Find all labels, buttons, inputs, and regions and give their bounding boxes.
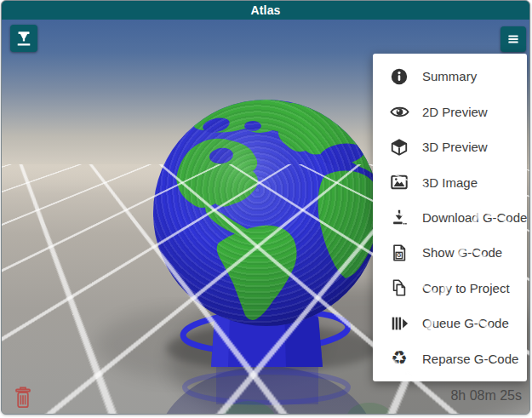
recycle-icon: ♻ [389, 348, 409, 369]
globe-shading [153, 100, 380, 326]
globe [153, 98, 380, 326]
menu-item-label: 3D Preview [422, 140, 488, 154]
render-scene: Summary 2D Preview [2, 20, 529, 414]
menu-item-2d-preview[interactable]: 2D Preview [373, 94, 527, 129]
menu-item-summary[interactable]: Summary [373, 59, 527, 94]
card-menu-button[interactable] [501, 26, 526, 52]
menu-item-queue-gcode[interactable]: Queue G-Code [373, 306, 527, 341]
menu-item-show-gcode[interactable]: G Show G-Code [373, 235, 527, 270]
menu-item-label: Queue G-Code [422, 316, 509, 330]
delete-button[interactable] [13, 386, 33, 409]
menu-item-label: Show G-Code [422, 245, 502, 260]
trash-icon [13, 386, 33, 409]
download-icon [389, 207, 409, 227]
gcode-preview-card: Atlas [1, 0, 530, 415]
copy-icon [389, 278, 409, 298]
image-icon [389, 172, 409, 192]
menu-item-3d-preview[interactable]: 3D Preview [373, 129, 527, 164]
svg-text:G: G [397, 252, 401, 258]
info-icon [389, 66, 409, 87]
gcode-actions-menu: Summary 2D Preview [373, 54, 527, 381]
print-time: 8h 08m 25s [450, 388, 522, 404]
queue-icon [389, 313, 409, 334]
hamburger-icon [506, 31, 521, 47]
nozzle-icon [13, 27, 35, 49]
menu-item-label: 3D Image [422, 175, 478, 190]
menu-item-copy-to-project[interactable]: Copy to Project [373, 271, 527, 306]
eye-icon [389, 101, 409, 122]
menu-item-3d-image[interactable]: 3D Image [373, 164, 527, 199]
menu-item-label: Reparse G-Code [422, 352, 518, 366]
window-title: Atlas [2, 1, 529, 20]
cube-icon [389, 137, 409, 157]
menu-item-download-gcode[interactable]: Download G-Code [373, 200, 527, 235]
menu-item-label: Download G-Code [422, 210, 527, 225]
menu-item-reparse-gcode[interactable]: ♻ Reparse G-Code [373, 341, 527, 376]
menu-item-label: 2D Preview [422, 105, 488, 119]
gcode-file-icon: G [389, 243, 409, 263]
print-button[interactable] [10, 25, 37, 52]
menu-item-label: Summary [422, 69, 477, 83]
menu-item-label: Copy to Project [422, 281, 510, 295]
